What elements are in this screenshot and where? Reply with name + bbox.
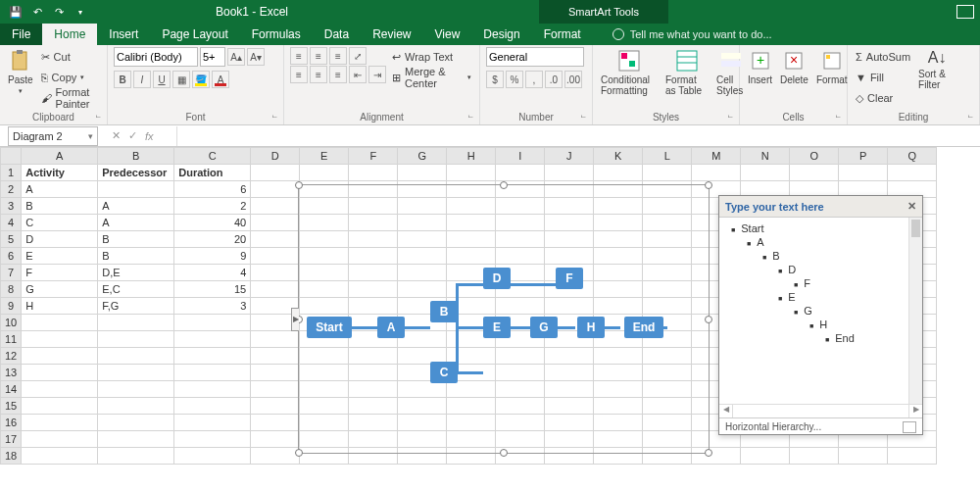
col-header[interactable]: K bbox=[594, 148, 643, 165]
enter-icon[interactable]: ✓ bbox=[128, 129, 137, 142]
tab-review[interactable]: Review bbox=[361, 24, 422, 45]
col-header[interactable]: G bbox=[398, 148, 447, 165]
scrollbar-horizontal[interactable]: ◀ ▶ bbox=[719, 404, 922, 417]
format-as-table-button[interactable]: Format as Table bbox=[663, 47, 710, 98]
text-pane-item[interactable]: End bbox=[721, 331, 920, 345]
col-header[interactable]: F bbox=[349, 148, 398, 165]
col-header[interactable]: D bbox=[251, 148, 300, 165]
row-header[interactable]: 10 bbox=[1, 315, 22, 331]
text-pane-body[interactable]: StartABDFEGHEnd bbox=[719, 218, 922, 404]
text-pane-header[interactable]: Type your text here ✕ bbox=[719, 196, 922, 218]
scroll-right-icon[interactable]: ▶ bbox=[908, 405, 922, 417]
sort-filter-button[interactable]: A↓Sort & Filter bbox=[916, 47, 957, 92]
conditional-formatting-button[interactable]: Conditional Formatting bbox=[599, 47, 660, 98]
tab-formulas[interactable]: Formulas bbox=[240, 24, 313, 45]
col-header[interactable]: O bbox=[790, 148, 839, 165]
qat-customize-icon[interactable]: ▾ bbox=[71, 2, 90, 22]
text-pane-item[interactable]: E bbox=[721, 290, 920, 304]
row-header[interactable]: 16 bbox=[1, 415, 22, 431]
italic-button[interactable]: I bbox=[133, 71, 151, 88]
row-header[interactable]: 12 bbox=[1, 348, 22, 365]
row-header[interactable]: 7 bbox=[1, 265, 22, 281]
font-size-combo[interactable] bbox=[200, 47, 225, 67]
cut-button[interactable]: ✂Cut bbox=[39, 47, 101, 67]
node-f[interactable]: F bbox=[556, 268, 583, 289]
row-header[interactable]: 3 bbox=[1, 198, 22, 215]
tab-design[interactable]: Design bbox=[471, 24, 531, 45]
row-header[interactable]: 15 bbox=[1, 398, 22, 415]
underline-button[interactable]: U bbox=[153, 71, 171, 88]
text-pane-item[interactable]: A bbox=[721, 235, 920, 249]
bold-button[interactable]: B bbox=[114, 71, 131, 88]
text-pane-item[interactable]: F bbox=[721, 276, 920, 290]
node-g[interactable]: G bbox=[530, 317, 558, 338]
layout-more-icon[interactable] bbox=[903, 421, 916, 433]
node-h[interactable]: H bbox=[577, 317, 605, 338]
col-header[interactable]: E bbox=[300, 148, 349, 165]
node-e[interactable]: E bbox=[483, 317, 511, 338]
text-pane-footer[interactable]: Horizontal Hierarchy... bbox=[719, 417, 922, 435]
row-header[interactable]: 4 bbox=[1, 215, 22, 231]
align-center-icon[interactable]: ≡ bbox=[310, 66, 327, 83]
node-c[interactable]: C bbox=[430, 362, 458, 383]
tab-file[interactable]: File bbox=[0, 24, 42, 45]
align-bottom-icon[interactable]: ≡ bbox=[329, 47, 347, 65]
close-icon[interactable]: ✕ bbox=[905, 199, 918, 213]
col-header[interactable]: P bbox=[839, 148, 888, 165]
row-header[interactable]: 13 bbox=[1, 365, 22, 381]
row-header[interactable]: 17 bbox=[1, 431, 22, 448]
font-color-button[interactable]: A bbox=[212, 71, 229, 88]
tell-me-search[interactable]: Tell me what you want to do... bbox=[612, 28, 772, 40]
format-painter-button[interactable]: 🖌Format Painter bbox=[39, 88, 101, 108]
col-header[interactable]: B bbox=[98, 148, 174, 165]
currency-icon[interactable]: $ bbox=[486, 71, 504, 88]
format-cells-button[interactable]: Format bbox=[814, 47, 850, 87]
autosum-button[interactable]: ΣAutoSum bbox=[854, 47, 912, 67]
resize-handle[interactable] bbox=[295, 181, 303, 189]
col-header[interactable]: I bbox=[496, 148, 545, 165]
tab-insert[interactable]: Insert bbox=[97, 24, 150, 45]
col-header[interactable]: A bbox=[22, 148, 98, 165]
tab-home[interactable]: Home bbox=[42, 24, 97, 45]
row-header[interactable]: 9 bbox=[1, 298, 22, 315]
text-pane-item[interactable]: D bbox=[721, 263, 920, 276]
redo-icon[interactable]: ↷ bbox=[49, 2, 69, 22]
tab-view[interactable]: View bbox=[423, 24, 472, 45]
orientation-icon[interactable]: ⤢ bbox=[349, 47, 367, 65]
node-b[interactable]: B bbox=[430, 301, 458, 322]
name-box[interactable]: Diagram 2 bbox=[8, 126, 98, 146]
row-header[interactable]: 5 bbox=[1, 231, 22, 248]
text-pane-toggle[interactable]: ▶ bbox=[291, 308, 299, 331]
decrease-decimal-icon[interactable]: .00 bbox=[564, 71, 582, 88]
col-header[interactable]: Q bbox=[888, 148, 937, 165]
node-end[interactable]: End bbox=[624, 317, 663, 338]
resize-handle[interactable] bbox=[500, 181, 508, 189]
tab-page-layout[interactable]: Page Layout bbox=[150, 24, 239, 45]
worksheet-area[interactable]: ABCDEFGHIJKLMNOPQ1ActivityPredecessorDur… bbox=[0, 147, 980, 491]
text-pane-item[interactable]: Start bbox=[721, 221, 920, 235]
fill-button[interactable]: ▼Fill bbox=[854, 68, 912, 87]
col-header[interactable]: N bbox=[741, 148, 790, 165]
row-header[interactable]: 14 bbox=[1, 381, 22, 398]
smartart-text-pane[interactable]: Type your text here ✕ StartABDFEGHEnd ◀ … bbox=[718, 195, 923, 435]
comma-icon[interactable]: , bbox=[525, 71, 543, 88]
scrollbar-vertical[interactable] bbox=[908, 218, 922, 404]
decrease-indent-icon[interactable]: ⇤ bbox=[349, 66, 367, 83]
row-header[interactable]: 1 bbox=[1, 165, 22, 181]
clear-button[interactable]: ◇Clear bbox=[854, 88, 912, 108]
resize-handle[interactable] bbox=[705, 181, 712, 189]
resize-handle[interactable] bbox=[500, 449, 508, 457]
wrap-text-button[interactable]: ↩Wrap Text bbox=[390, 47, 473, 67]
resize-handle[interactable] bbox=[295, 449, 303, 457]
save-icon[interactable]: 💾 bbox=[6, 2, 25, 22]
ribbon-display-icon[interactable] bbox=[956, 5, 974, 19]
insert-cells-button[interactable]: +Insert bbox=[746, 47, 774, 87]
resize-handle[interactable] bbox=[705, 449, 712, 457]
smartart-frame[interactable]: ▶ Start A B C D E F G H End bbox=[298, 184, 710, 454]
merge-center-button[interactable]: ⊞Merge & Center▾ bbox=[390, 68, 473, 87]
delete-cells-button[interactable]: ×Delete bbox=[778, 47, 810, 87]
col-header[interactable]: L bbox=[643, 148, 692, 165]
node-d[interactable]: D bbox=[483, 268, 511, 289]
formula-bar[interactable] bbox=[176, 126, 980, 146]
border-button[interactable]: ▦ bbox=[172, 71, 190, 88]
